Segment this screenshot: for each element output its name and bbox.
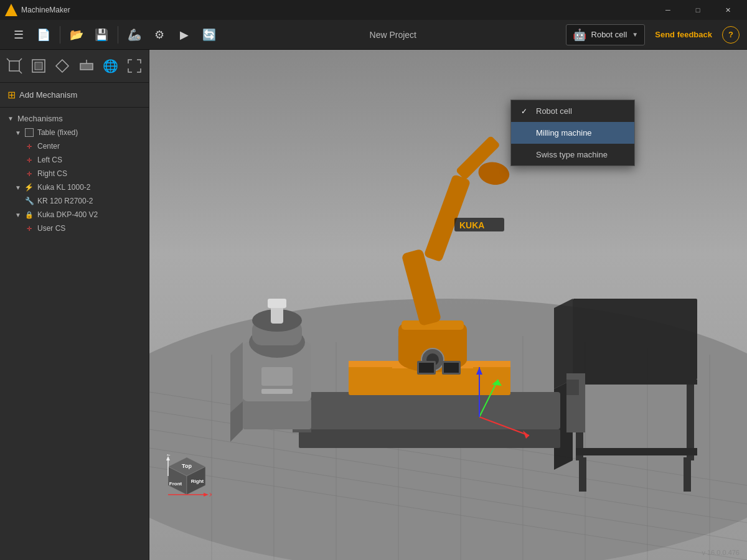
app-icon [5,4,17,16]
robot-cell-label: Robot cell [591,30,627,39]
tree-item-table-fixed[interactable]: ▼ Table (fixed) [0,126,149,139]
svg-line-2 [19,58,22,61]
mechanisms-label: Mechanisms [17,114,63,123]
help-button[interactable]: ? [722,26,740,44]
maximize-button[interactable]: □ [684,0,712,20]
svg-rect-33 [299,392,560,429]
svg-rect-30 [684,457,691,492]
mechanism-button[interactable]: 🦾 [123,24,146,46]
dropdown-swiss-label: Swiss type machine [536,150,608,159]
cs-icon-center: ✛ [25,142,34,151]
open-button[interactable]: 📂 [65,24,88,46]
app-name: MachineMaker [21,6,654,14]
robot-cell-icon: 🤖 [573,28,586,42]
svg-text:KUKA: KUKA [459,220,484,230]
view-toolbar: 🌐 [0,50,149,83]
settings-button[interactable]: ⚙ [148,24,171,46]
dropdown-item-milling-machine[interactable]: Milling machine [511,122,634,144]
cs-icon-right: ✛ [25,169,34,178]
tree-arrow-table: ▼ [15,129,21,136]
menu-button[interactable]: ☰ [7,24,30,46]
sync-button[interactable]: 🔄 [198,24,220,46]
mechanism-tree: ▼ Mechanisms ▼ Table (fixed) ✛ Center ✛ … [0,108,149,239]
dropdown-item-robot-cell[interactable]: ✓ Robot cell [511,100,634,122]
axis-gizmo[interactable]: Top Front Right Z X [162,454,212,504]
kuka-kl-label: Kuka KL 1000-2 [37,183,91,192]
globe-icon[interactable]: 🌐 [101,55,120,77]
fit-screen-button[interactable] [125,55,144,77]
svg-text:Top: Top [182,463,192,469]
titlebar: MachineMaker ─ □ ✕ [0,0,747,20]
svg-rect-40 [566,380,579,395]
tree-item-center[interactable]: ✛ Center [0,139,149,153]
svg-rect-28 [576,380,697,385]
plus-icon: ⊞ [7,89,16,101]
tree-item-right-cs[interactable]: ✛ Right CS [0,167,149,180]
svg-rect-0 [9,61,19,71]
svg-rect-60 [261,389,293,394]
kr120-label: KR 120 R2700-2 [37,197,93,205]
new-file-button[interactable]: 📄 [32,24,55,46]
svg-rect-59 [261,367,293,386]
svg-rect-27 [576,448,697,455]
right-cs-label: Right CS [37,169,67,178]
table-label: Table (fixed) [37,128,78,137]
iso-view-button[interactable] [5,55,24,77]
add-mechanism-label: Add Mechanism [19,90,77,100]
svg-rect-68 [419,363,434,373]
toolbar-separator-2 [118,26,118,44]
svg-point-48 [477,160,511,187]
viewport[interactable]: KUKA [149,50,747,560]
tree-item-kr120[interactable]: 🔧 KR 120 R2700-2 [0,194,149,208]
gear-icon-kuka-kl: ⚡ [25,183,34,192]
center-label: Center [37,142,60,151]
tree-arrow-kuka-kl: ▼ [15,184,21,191]
dropdown-milling-label: Milling machine [536,128,592,138]
svg-rect-7 [80,63,93,70]
mechanisms-header[interactable]: ▼ Mechanisms [0,111,149,126]
svg-text:Right: Right [191,478,204,484]
send-feedback-button[interactable]: Send feedback [647,30,720,39]
tree-item-kuka-dkp[interactable]: ▼ 🔒 Kuka DKP-400 V2 [0,208,149,222]
play-button[interactable]: ▶ [173,24,195,46]
side-view-button[interactable] [53,55,72,77]
svg-marker-6 [56,60,68,72]
svg-rect-5 [35,62,42,70]
svg-marker-55 [230,342,243,413]
svg-line-1 [7,58,9,61]
project-title: New Project [223,30,563,40]
tool-icon-kr120: 🔧 [25,197,34,205]
tree-arrow-kuka-dkp: ▼ [15,212,21,218]
tree-item-user-cs[interactable]: ✛ User CS [0,222,149,235]
svg-rect-24 [573,299,697,380]
dropdown-robot-cell-label: Robot cell [536,106,572,116]
add-mechanism-button[interactable]: ⊞ Add Mechanism [0,83,149,108]
svg-text:X: X [209,492,212,498]
save-button[interactable]: 💾 [90,24,113,46]
robot-cell-dropdown-button[interactable]: 🤖 Robot cell ▼ [566,24,646,45]
svg-rect-66 [444,363,459,373]
svg-text:Z: Z [167,454,171,457]
dropdown-item-swiss-type[interactable]: Swiss type machine [511,144,634,166]
minimize-button[interactable]: ─ [654,0,682,20]
check-icon-robot-cell: ✓ [521,107,531,116]
svg-rect-52 [243,398,311,429]
close-button[interactable]: ✕ [713,0,742,20]
user-cs-label: User CS [37,224,65,233]
front-view-button[interactable] [29,55,49,77]
main-area: 🌐 ⊞ Add Mechanism ▼ Mechanisms ▼ Table (… [0,50,747,560]
chevron-down-icon: ▼ [632,31,638,38]
toolbar: ☰ 📄 📂 💾 🦾 ⚙ ▶ 🔄 New Project 🤖 Robot cell… [0,20,747,50]
svg-rect-62 [268,299,286,308]
svg-text:Front: Front [169,481,182,487]
tree-item-kuka-kl[interactable]: ▼ ⚡ Kuka KL 1000-2 [0,180,149,194]
tree-item-left-cs[interactable]: ✛ Left CS [0,153,149,167]
floor-view-button[interactable] [77,55,96,77]
left-panel: 🌐 ⊞ Add Mechanism ▼ Mechanisms ▼ Table (… [0,50,149,560]
left-cs-label: Left CS [37,156,62,164]
svg-marker-85 [204,493,209,497]
cs-icon-user: ✛ [25,224,34,233]
svg-marker-82 [166,456,170,460]
svg-rect-29 [579,457,586,492]
lock-icon-kuka-dkp: 🔒 [25,210,34,219]
